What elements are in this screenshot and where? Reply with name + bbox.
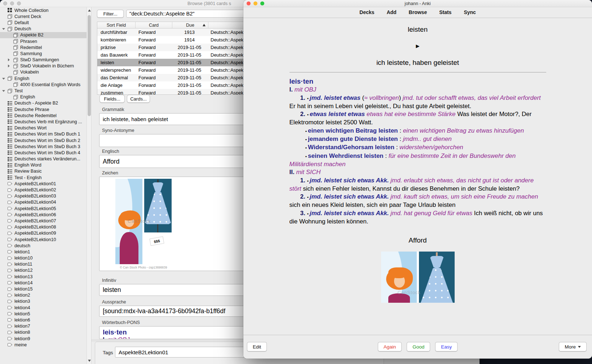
sidebar-item-label: Phrasen <box>20 39 37 44</box>
sidebar-item-label: Deutsches Wort im StwD Buch 1 <box>14 132 80 137</box>
sidebar-item-aspekteb2lektion01[interactable]: AspekteB2Lektion01 <box>0 181 87 187</box>
note-type-icon <box>7 138 13 143</box>
menu-sync[interactable]: Sync <box>464 9 476 15</box>
table-cell: das Bauwerk <box>97 51 135 59</box>
sidebar-item-4000-essential-english-words[interactable]: 4000 Essential English Words <box>0 81 87 88</box>
dict-segment-num: 1. <box>300 94 307 101</box>
sidebar-item-deutsches-wort-im-stwd-buch-4[interactable]: Deutsches Wort im StwD Buch 4 <box>0 150 87 156</box>
sidebar-item-lektion7[interactable]: lektion7 <box>0 323 87 329</box>
sidebar-item-deutsche-redemittel[interactable]: Deutsche Redemittel <box>0 112 87 119</box>
column-sort-field[interactable]: Sort Field <box>97 22 136 28</box>
sidebar-item-aspekteb2lektion06[interactable]: AspekteB2Lektion06 <box>0 212 87 218</box>
sidebar-item-sammlung[interactable]: Sammlung <box>0 50 87 57</box>
sidebar-item-deutsches-verb-mit-erg-nzung-[interactable]: Deutsches Verb mit Ergänzung ... <box>0 119 87 125</box>
sidebar-item-lektion2[interactable]: lektion2 <box>0 292 87 298</box>
sidebar-scrollbar-thumb[interactable] <box>88 15 91 116</box>
sidebar-item-label: AspekteB2Lektion04 <box>14 200 56 205</box>
sidebar-item-deutsches-wort-im-stwd-buch-1[interactable]: Deutsches Wort im StwD Buch 1 <box>0 131 87 137</box>
menu-stats[interactable]: Stats <box>439 9 451 15</box>
sidebar-item-vokabeln[interactable]: Vokabeln <box>0 69 87 75</box>
easy-button[interactable]: Easy <box>435 342 458 351</box>
sidebar-item-lektion9[interactable]: lektion9 <box>0 336 87 342</box>
scroll-down-icon[interactable] <box>88 360 91 362</box>
sidebar-item-deutsches-starkes-ver-nderun-[interactable]: Deutsches starkes Veränderun... <box>0 156 87 162</box>
sidebar-item-deutsch[interactable]: Deutsch <box>0 26 87 32</box>
deck-icon <box>13 45 18 50</box>
sidebar-item-aspekteb2lektion09[interactable]: AspekteB2Lektion09 <box>0 230 87 236</box>
scroll-up-icon[interactable] <box>88 9 91 12</box>
sidebar-item-review-basic[interactable]: Review Basic <box>0 168 87 174</box>
expand-icon[interactable] <box>8 65 10 67</box>
column-due[interactable]: Due <box>172 22 208 28</box>
menu-decks[interactable]: Decks <box>359 9 374 15</box>
sidebar-item-aspekteb2lektion04[interactable]: AspekteB2Lektion04 <box>0 199 87 205</box>
sidebar-item-lektion13[interactable]: lektion13 <box>0 274 87 280</box>
field-label-grammatik: Grammatik <box>102 107 124 112</box>
table-cell: präzise <box>97 44 135 51</box>
sidebar-item-meine[interactable]: meine <box>0 342 87 348</box>
fields-button[interactable]: Fields... <box>100 95 125 103</box>
sidebar-item-stwd-vokabeln-in-b-chern[interactable]: StwD Vokabeln in Büchern <box>0 63 87 69</box>
zoom-button[interactable] <box>17 1 21 5</box>
dict-segment-bi: jmd. leistet sich etwas Akk. <box>310 177 389 184</box>
sidebar-item-default[interactable]: Default <box>0 19 87 26</box>
sidebar-item-deutsch-aspekte-b2[interactable]: Deutsch - Aspekte B2 <box>0 100 87 106</box>
sidebar-item-test[interactable]: Test <box>0 88 87 94</box>
dict-segment-bu: ▪ <box>307 211 310 216</box>
sidebar-item-lektion15[interactable]: lektion15 <box>0 286 87 292</box>
cards-button[interactable]: Cards... <box>127 95 150 103</box>
dict-segment-p: : <box>398 127 403 134</box>
sidebar-item-lektion3[interactable]: lektion3 <box>0 298 87 305</box>
sidebar-item-lektion11[interactable]: lektion11 <box>0 261 87 267</box>
again-button[interactable]: Again <box>378 342 402 351</box>
sidebar-item-aspekte-b2[interactable]: Aspekte B2 <box>0 32 87 38</box>
sidebar-item-aspekteb2lektion10[interactable]: AspekteB2Lektion10 <box>0 236 87 243</box>
table-cell: Forward <box>135 28 172 36</box>
minimize-button[interactable] <box>10 1 14 5</box>
sidebar-item-lektion10[interactable]: lektion10 <box>0 255 87 261</box>
sidebar-item-aspekteb2lektion03[interactable]: AspekteB2Lektion03 <box>0 193 87 199</box>
more-button[interactable]: More <box>559 342 587 351</box>
sidebar-item-aspekteb2lektion08[interactable]: AspekteB2Lektion08 <box>0 224 87 230</box>
sidebar-item-deutsches-wort-im-stwd-buch-2[interactable]: Deutsches Wort im StwD Buch 2 <box>0 137 87 143</box>
mannequin-stand <box>157 224 158 232</box>
filter-button[interactable]: Filter... <box>97 10 124 18</box>
sidebar-item-lektion5[interactable]: lektion5 <box>0 311 87 317</box>
sidebar-item-redemittel[interactable]: Redemittel <box>0 44 87 50</box>
sidebar-item-lektion4[interactable]: lektion4 <box>0 305 87 311</box>
sidebar-item-deutsch[interactable]: deutsch <box>0 243 87 249</box>
sidebar-item-stwd-sammlungen[interactable]: StwD Sammlungen <box>0 57 87 63</box>
collapse-icon[interactable] <box>2 90 5 92</box>
sidebar-item-whole-collection[interactable]: Whole Collection <box>0 7 87 13</box>
menu-add[interactable]: Add <box>386 9 396 15</box>
sidebar-item-aspekteb2lektion02[interactable]: AspekteB2Lektion02 <box>0 187 87 193</box>
close-button[interactable] <box>3 1 7 5</box>
sidebar-item-english-word[interactable]: English Word <box>0 162 87 168</box>
sidebar-item-english[interactable]: English <box>0 94 87 100</box>
sidebar-item-lektion8[interactable]: lektion8 <box>0 329 87 336</box>
replay-audio-icon[interactable]: ▶ <box>290 43 546 49</box>
menu-browse[interactable]: Browse <box>409 9 427 15</box>
sidebar-item-phrasen[interactable]: Phrasen <box>0 38 87 44</box>
sidebar-item-deutsches-wort-im-stwd-buch-3[interactable]: Deutsches Wort im StwD Buch 3 <box>0 143 87 150</box>
column-card[interactable]: Card <box>136 22 172 28</box>
sidebar-item-aspekteb2lektion05[interactable]: AspekteB2Lektion05 <box>0 205 87 212</box>
sidebar-item-lektion6[interactable]: lektion6 <box>0 317 87 323</box>
sidebar-item-test-english[interactable]: Test - English <box>0 174 87 181</box>
sidebar-item-aspekteb2lektion07[interactable]: AspekteB2Lektion07 <box>0 218 87 224</box>
table-cell: 2019-11-05 <box>172 51 207 59</box>
sidebar-item-lektion1[interactable]: lektion1 <box>0 249 87 255</box>
collapse-icon[interactable] <box>2 78 5 80</box>
collapse-icon[interactable] <box>2 28 5 30</box>
collection-grid-icon <box>7 8 13 13</box>
expand-icon[interactable] <box>8 58 10 61</box>
sidebar-item-label: Current Deck <box>14 14 41 19</box>
sidebar-item-english[interactable]: English <box>0 75 87 81</box>
sidebar-item-lektion12[interactable]: lektion12 <box>0 267 87 274</box>
sidebar-item-deutsches-wort[interactable]: Deutsches Wort <box>0 125 87 131</box>
table-cell: Forward <box>135 74 172 81</box>
sidebar-item-current-deck[interactable]: Current Deck <box>0 13 87 19</box>
good-button[interactable]: Good <box>407 342 430 351</box>
sidebar-item-deutsche-phrase[interactable]: Deutsche Phrase <box>0 106 87 112</box>
sidebar-item-lektion14[interactable]: lektion14 <box>0 280 87 286</box>
